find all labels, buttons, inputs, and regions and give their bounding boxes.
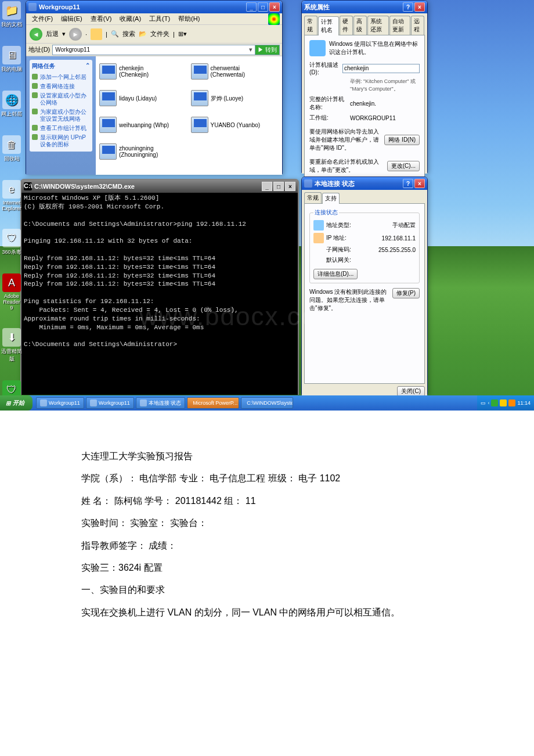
- tray-icon[interactable]: [491, 399, 498, 406]
- help-button[interactable]: ?: [403, 179, 413, 188]
- desc-input[interactable]: [342, 64, 420, 73]
- mask-label: 子网掩码:: [326, 246, 378, 254]
- download-icon: ⬇: [2, 328, 21, 347]
- tab-general[interactable]: 常规: [304, 192, 322, 203]
- computer-item[interactable]: zhouningning(Zhouningning): [99, 140, 187, 163]
- taskbar-item[interactable]: 本地连接 状态: [136, 397, 186, 409]
- menu-tools[interactable]: 工具(T): [146, 13, 174, 24]
- tab-remote[interactable]: 远程: [411, 16, 424, 35]
- computer-item[interactable]: lidayu (Lidayu): [99, 87, 187, 110]
- netid-note: 要使用网络标识向导去加入域并创建本地用户帐户，请单击"网络 ID"。: [309, 128, 381, 152]
- back-button[interactable]: ◄: [30, 28, 42, 41]
- sidepane-item[interactable]: 为家庭或小型办公室设置无线网络: [32, 107, 90, 124]
- dropdown-icon[interactable]: ▾: [249, 46, 252, 53]
- deskicon-label: 我的文档: [1, 21, 22, 27]
- computer-icon: [99, 63, 117, 80]
- computer-item[interactable]: weihuanping (Whp): [99, 113, 187, 136]
- close-button[interactable]: ×: [414, 179, 425, 188]
- computer-icon: [309, 40, 326, 56]
- taskbar-item[interactable]: C:\WINDOWS\syste...: [241, 397, 293, 409]
- forward-button[interactable]: ►: [69, 28, 82, 41]
- netid-button[interactable]: 网络 ID(N): [384, 135, 420, 145]
- menu-view[interactable]: 查看(V): [87, 13, 116, 24]
- desktop-icon[interactable]: ▭: [481, 400, 486, 406]
- sidepane-item[interactable]: 添加一个网上邻居: [32, 73, 90, 82]
- repair-button[interactable]: 修复(P): [392, 288, 420, 298]
- menu-file[interactable]: 文件(F): [28, 13, 56, 24]
- views-button[interactable]: ⊞▾: [178, 30, 187, 38]
- tab-restore[interactable]: 系统还原: [367, 16, 388, 35]
- deskicon-adobe[interactable]: AAdobe Reader 9: [1, 273, 22, 311]
- tab-hardware[interactable]: 硬件: [340, 16, 353, 35]
- folders-label[interactable]: 文件夹: [150, 30, 169, 38]
- taskbar-item[interactable]: Workgroup11: [86, 397, 134, 409]
- dropdown-icon[interactable]: ▾: [62, 30, 66, 38]
- network-icon: 🌐: [2, 91, 21, 109]
- collapse-icon[interactable]: ⌃: [85, 62, 90, 70]
- minimize-button[interactable]: _: [262, 182, 272, 191]
- folders-icon[interactable]: 📂: [139, 30, 147, 38]
- sysprop-titlebar[interactable]: 系统属性 ? ×: [302, 1, 427, 13]
- sysprop-window: 系统属性 ? × 常规 计算机名 硬件 高级 系统还原 自动更新 远程 Wind…: [301, 0, 428, 173]
- localconn-titlebar[interactable]: 本地连接 状态 ? ×: [302, 177, 427, 190]
- cmd-output[interactable]: Microsoft Windows XP [版本 5.1.2600] (C) 版…: [21, 193, 298, 395]
- tray-chevron-icon[interactable]: ‹: [488, 400, 489, 406]
- computer-item[interactable]: chenwentai(Chenwentai): [191, 60, 279, 83]
- computer-item[interactable]: chenkejin(Chenkejin): [99, 60, 187, 83]
- go-button[interactable]: ▶ 转到: [255, 45, 280, 55]
- menu-edit[interactable]: 编辑(E): [57, 13, 86, 24]
- deskicon-recycle[interactable]: 🗑回收站: [1, 135, 22, 163]
- address-input[interactable]: [52, 45, 258, 55]
- deskicon-label: 网上邻居: [1, 111, 22, 117]
- taskbar-item[interactable]: Workgroup11: [36, 397, 84, 409]
- address-label: 地址(D): [28, 45, 50, 54]
- sidepane-item[interactable]: 显示联网的 UPnP 设备的图标: [32, 133, 90, 149]
- deskicon-mycomputer[interactable]: 🖥我的电脑: [1, 46, 22, 73]
- gateway-label: 默认网关:: [326, 256, 416, 264]
- computer-icon: [99, 117, 117, 133]
- recycle-icon: 🗑: [2, 135, 21, 154]
- tab-update[interactable]: 自动更新: [389, 16, 410, 35]
- deskicon-network[interactable]: 🌐网上邻居: [1, 91, 22, 118]
- deskicon-360av[interactable]: 🛡360杀毒: [1, 229, 22, 256]
- minimize-button[interactable]: _: [246, 2, 257, 12]
- menu-help[interactable]: 帮助(H): [175, 13, 203, 24]
- tab-general[interactable]: 常规: [304, 16, 317, 35]
- close-button[interactable]: ×: [269, 2, 280, 12]
- explorer-titlebar[interactable]: Workgroup11 _ □ ×: [26, 1, 282, 13]
- start-button[interactable]: ⊞开始: [0, 395, 33, 411]
- menu-fav[interactable]: 收藏(A): [116, 13, 145, 24]
- doc-title: 大连理工大学实验预习报告: [81, 445, 499, 467]
- sidepane-item[interactable]: 查看工作组计算机: [32, 124, 90, 133]
- deskicon-xunlei[interactable]: ⬇迅雷精简版: [1, 328, 22, 363]
- tray-icon[interactable]: [508, 399, 515, 406]
- deskicon-ie[interactable]: eInternet Explorer: [1, 180, 22, 211]
- deskicon-mydocs[interactable]: 📁我的文档: [1, 1, 22, 28]
- help-button[interactable]: ?: [403, 2, 413, 12]
- search-icon[interactable]: 🔍: [111, 30, 119, 38]
- tab-advanced[interactable]: 高级: [353, 16, 367, 35]
- close-button[interactable]: ×: [285, 182, 295, 191]
- tray-icon[interactable]: [500, 399, 507, 406]
- system-tray[interactable]: ▭ ‹ 11:14: [477, 395, 534, 411]
- explorer-toolbar: ◄ 后退 ▾ ► · | 🔍 搜索 📂 文件夹 | ⊞▾: [26, 25, 282, 44]
- maximize-button[interactable]: □: [258, 2, 268, 12]
- deskicon-label: Adobe Reader 9: [3, 293, 20, 311]
- change-button[interactable]: 更改(C)...: [387, 161, 420, 171]
- details-button[interactable]: 详细信息(D)...: [313, 269, 358, 279]
- clock[interactable]: 11:14: [517, 400, 531, 406]
- tab-computername[interactable]: 计算机名: [318, 16, 339, 35]
- sidepane-item[interactable]: 设置家庭或小型办公网络: [32, 91, 90, 107]
- tab-support[interactable]: 支持: [322, 193, 340, 204]
- maximize-button[interactable]: □: [273, 182, 284, 191]
- computer-item[interactable]: 罗烨 (Luoye): [191, 87, 279, 110]
- sidepane-item[interactable]: 查看网络连接: [32, 82, 90, 91]
- taskbar-item[interactable]: Microsoft PowerP...: [187, 397, 239, 409]
- fullname-label: 完整的计算机名称:: [309, 95, 347, 111]
- search-label[interactable]: 搜索: [122, 30, 135, 38]
- computer-item[interactable]: YUANBO (Yuanbo): [191, 113, 279, 136]
- cmd-titlebar[interactable]: C:\ C:\WINDOWS\system32\CMD.exe _ □ ×: [21, 180, 298, 193]
- close-button[interactable]: ×: [414, 2, 425, 12]
- up-button[interactable]: [91, 28, 102, 40]
- folder-icon: [28, 3, 37, 11]
